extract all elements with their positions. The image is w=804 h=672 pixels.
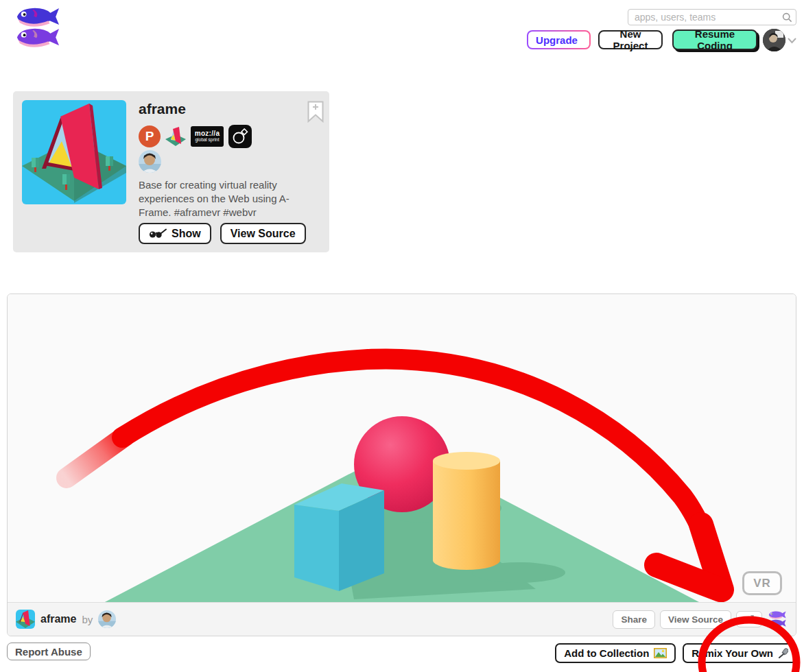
show-button[interactable]: Show bbox=[139, 223, 211, 244]
author-avatar[interactable] bbox=[139, 150, 161, 173]
share-button[interactable]: Share bbox=[613, 610, 655, 629]
bookmark-add-icon[interactable] bbox=[307, 101, 324, 125]
resume-coding-button[interactable]: Resume Coding bbox=[672, 29, 757, 50]
project-title: aframe bbox=[139, 101, 186, 117]
app-embed: VR aframe by bbox=[7, 293, 796, 636]
add-to-collection-button[interactable]: Add to Collection bbox=[555, 643, 676, 663]
view-source-button[interactable]: View Source bbox=[220, 223, 306, 244]
picture-icon bbox=[654, 648, 667, 658]
product-hunt-badge[interactable]: P bbox=[139, 125, 161, 147]
new-project-label: New Project bbox=[608, 28, 653, 51]
vr-button[interactable]: VR bbox=[742, 571, 782, 595]
project-card-actions: Show View Source bbox=[139, 223, 306, 244]
new-project-button[interactable]: New Project bbox=[598, 30, 663, 49]
fullscreen-icon bbox=[744, 615, 754, 623]
search-input[interactable] bbox=[628, 12, 781, 23]
microphone-icon bbox=[778, 648, 788, 658]
fullscreen-button[interactable] bbox=[736, 611, 762, 627]
embed-by-label: by bbox=[82, 614, 93, 625]
scene-cylinder bbox=[433, 452, 500, 570]
footer-action-group: Add to Collection Remix Your Own bbox=[555, 643, 797, 663]
report-abuse-button[interactable]: Report Abuse bbox=[7, 643, 91, 660]
glitch-logo[interactable] bbox=[14, 5, 62, 49]
chevron-down-icon[interactable] bbox=[788, 34, 796, 47]
resume-coding-label: Resume Coding bbox=[682, 28, 748, 51]
embed-bar-actions: Share View Source bbox=[613, 610, 788, 629]
project-badges: P moz://a global sprint bbox=[139, 125, 252, 148]
remix-your-own-button[interactable]: Remix Your Own bbox=[683, 643, 797, 663]
bomb-badge[interactable] bbox=[228, 125, 252, 148]
project-description: Base for creating virtual reality experi… bbox=[139, 178, 302, 219]
embed-app-name[interactable]: aframe bbox=[40, 613, 76, 625]
sunglasses-icon bbox=[149, 228, 167, 239]
search-icon[interactable] bbox=[781, 12, 796, 23]
upgrade-button[interactable]: Upgrade bbox=[527, 30, 591, 49]
show-label: Show bbox=[172, 228, 201, 240]
glitch-project-page: Upgrade New Project Resume Coding bbox=[0, 0, 804, 672]
app-icon[interactable] bbox=[16, 610, 35, 629]
project-card: aframe P moz://a global sprint bbox=[13, 91, 329, 252]
embed-author-avatar[interactable] bbox=[98, 610, 116, 628]
embed-view-source-button[interactable]: View Source bbox=[660, 610, 731, 629]
upgrade-label: Upgrade bbox=[536, 34, 578, 46]
glitch-fish-small-icon[interactable] bbox=[767, 610, 788, 628]
project-thumbnail[interactable] bbox=[22, 100, 126, 204]
view-source-label: View Source bbox=[230, 228, 296, 240]
user-avatar[interactable] bbox=[763, 29, 785, 51]
remix-your-own-label: Remix Your Own bbox=[691, 647, 773, 659]
product-hunt-letter: P bbox=[145, 129, 154, 144]
aframe-badge[interactable] bbox=[165, 126, 186, 147]
embed-footer-bar: aframe by Share View Source bbox=[8, 602, 796, 636]
moz-line2: global sprint bbox=[195, 138, 219, 143]
search-box bbox=[628, 9, 796, 25]
mozilla-global-sprint-badge[interactable]: moz://a global sprint bbox=[191, 126, 224, 147]
add-to-collection-label: Add to Collection bbox=[564, 647, 649, 659]
glitch-fish-icon bbox=[14, 5, 62, 49]
scene-box bbox=[294, 483, 384, 591]
aframe-scene[interactable] bbox=[8, 294, 796, 603]
